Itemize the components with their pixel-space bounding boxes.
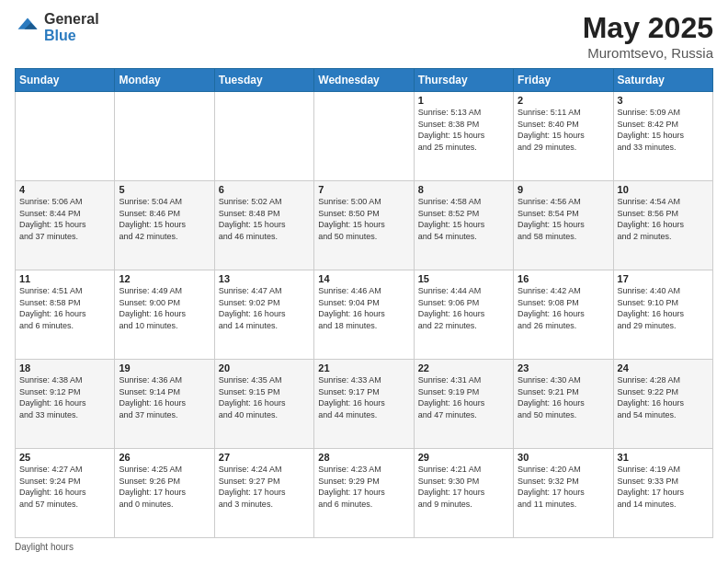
calendar-cell [214,92,313,181]
weekday-header-sunday: Sunday [16,69,115,92]
calendar-cell: 7Sunrise: 5:00 AM Sunset: 8:50 PM Daylig… [314,181,414,270]
day-info: Sunrise: 4:56 AM Sunset: 8:54 PM Dayligh… [518,196,609,242]
day-number: 15 [418,273,509,284]
day-number: 25 [19,452,110,463]
day-info: Sunrise: 4:30 AM Sunset: 9:21 PM Dayligh… [518,374,609,420]
calendar-cell: 16Sunrise: 4:42 AM Sunset: 9:08 PM Dayli… [514,270,613,360]
calendar-cell [314,92,414,181]
day-info: Sunrise: 4:36 AM Sunset: 9:14 PM Dayligh… [119,374,210,420]
weekday-header-friday: Friday [514,69,613,92]
calendar-cell: 20Sunrise: 4:35 AM Sunset: 9:15 PM Dayli… [214,360,313,449]
calendar-cell [16,92,115,181]
day-number: 7 [318,184,409,195]
calendar-cell: 10Sunrise: 4:54 AM Sunset: 8:56 PM Dayli… [613,181,712,270]
day-number: 1 [418,95,509,106]
week-row-3: 11Sunrise: 4:51 AM Sunset: 8:58 PM Dayli… [16,270,713,360]
day-info: Sunrise: 5:06 AM Sunset: 8:44 PM Dayligh… [19,196,110,242]
weekday-header-monday: Monday [115,69,214,92]
day-info: Sunrise: 5:04 AM Sunset: 8:46 PM Dayligh… [119,196,210,242]
calendar-cell: 2Sunrise: 5:11 AM Sunset: 8:40 PM Daylig… [514,92,613,181]
day-number: 30 [518,452,609,463]
day-info: Sunrise: 4:54 AM Sunset: 8:56 PM Dayligh… [618,196,709,242]
day-info: Sunrise: 5:11 AM Sunset: 8:40 PM Dayligh… [518,107,609,153]
day-info: Sunrise: 4:20 AM Sunset: 9:32 PM Dayligh… [518,464,609,510]
day-number: 27 [219,452,310,463]
weekday-header-tuesday: Tuesday [214,69,313,92]
day-info: Sunrise: 4:31 AM Sunset: 9:19 PM Dayligh… [418,374,509,420]
calendar-cell: 8Sunrise: 4:58 AM Sunset: 8:52 PM Daylig… [414,181,513,270]
day-number: 24 [618,362,709,373]
calendar-cell: 15Sunrise: 4:44 AM Sunset: 9:06 PM Dayli… [414,270,513,360]
week-row-4: 18Sunrise: 4:38 AM Sunset: 9:12 PM Dayli… [16,360,713,449]
day-number: 9 [518,184,609,195]
title-month: May 2025 [583,11,713,45]
logo-general: General [44,11,99,28]
day-number: 21 [318,362,409,373]
day-info: Sunrise: 4:27 AM Sunset: 9:24 PM Dayligh… [19,464,110,510]
weekday-header-thursday: Thursday [414,69,513,92]
calendar-cell [115,92,214,181]
day-info: Sunrise: 4:19 AM Sunset: 9:33 PM Dayligh… [618,464,709,510]
week-row-2: 4Sunrise: 5:06 AM Sunset: 8:44 PM Daylig… [16,181,713,270]
day-info: Sunrise: 5:02 AM Sunset: 8:48 PM Dayligh… [219,196,310,242]
calendar-cell: 23Sunrise: 4:30 AM Sunset: 9:21 PM Dayli… [514,360,613,449]
day-info: Sunrise: 4:47 AM Sunset: 9:02 PM Dayligh… [219,285,310,331]
calendar-cell: 22Sunrise: 4:31 AM Sunset: 9:19 PM Dayli… [414,360,513,449]
day-info: Sunrise: 4:42 AM Sunset: 9:08 PM Dayligh… [518,285,609,331]
calendar-cell: 21Sunrise: 4:33 AM Sunset: 9:17 PM Dayli… [314,360,414,449]
day-number: 19 [119,362,210,373]
day-number: 6 [219,184,310,195]
day-info: Sunrise: 4:25 AM Sunset: 9:26 PM Dayligh… [119,464,210,510]
calendar-cell: 18Sunrise: 4:38 AM Sunset: 9:12 PM Dayli… [16,360,115,449]
day-info: Sunrise: 4:58 AM Sunset: 8:52 PM Dayligh… [418,196,509,242]
calendar-cell: 9Sunrise: 4:56 AM Sunset: 8:54 PM Daylig… [514,181,613,270]
calendar-cell: 4Sunrise: 5:06 AM Sunset: 8:44 PM Daylig… [16,181,115,270]
calendar-cell: 3Sunrise: 5:09 AM Sunset: 8:42 PM Daylig… [613,92,712,181]
calendar-cell: 26Sunrise: 4:25 AM Sunset: 9:26 PM Dayli… [115,449,214,538]
day-number: 17 [618,273,709,284]
calendar-cell: 29Sunrise: 4:21 AM Sunset: 9:30 PM Dayli… [414,449,513,538]
week-row-5: 25Sunrise: 4:27 AM Sunset: 9:24 PM Dayli… [16,449,713,538]
calendar-cell: 27Sunrise: 4:24 AM Sunset: 9:27 PM Dayli… [214,449,313,538]
day-number: 4 [19,184,110,195]
calendar-cell: 14Sunrise: 4:46 AM Sunset: 9:04 PM Dayli… [314,270,414,360]
footer: Daylight hours [15,542,713,552]
day-info: Sunrise: 4:24 AM Sunset: 9:27 PM Dayligh… [219,464,310,510]
title-location: Muromtsevo, Russia [583,45,713,61]
day-number: 26 [119,452,210,463]
calendar-cell: 12Sunrise: 4:49 AM Sunset: 9:00 PM Dayli… [115,270,214,360]
daylight-label: Daylight hours [15,542,74,552]
day-number: 2 [518,95,609,106]
calendar-cell: 6Sunrise: 5:02 AM Sunset: 8:48 PM Daylig… [214,181,313,270]
calendar-cell: 28Sunrise: 4:23 AM Sunset: 9:29 PM Dayli… [314,449,414,538]
day-info: Sunrise: 4:33 AM Sunset: 9:17 PM Dayligh… [318,374,409,420]
day-info: Sunrise: 4:49 AM Sunset: 9:00 PM Dayligh… [119,285,210,331]
day-number: 11 [19,273,110,284]
day-info: Sunrise: 4:40 AM Sunset: 9:10 PM Dayligh… [618,285,709,331]
day-info: Sunrise: 4:44 AM Sunset: 9:06 PM Dayligh… [418,285,509,331]
logo-blue: Blue [44,28,99,44]
calendar-cell: 31Sunrise: 4:19 AM Sunset: 9:33 PM Dayli… [613,449,712,538]
day-number: 8 [418,184,509,195]
calendar-cell: 24Sunrise: 4:28 AM Sunset: 9:22 PM Dayli… [613,360,712,449]
week-row-1: 1Sunrise: 5:13 AM Sunset: 8:38 PM Daylig… [16,92,713,181]
calendar-cell: 19Sunrise: 4:36 AM Sunset: 9:14 PM Dayli… [115,360,214,449]
day-number: 13 [219,273,310,284]
day-number: 18 [19,362,110,373]
calendar-cell: 13Sunrise: 4:47 AM Sunset: 9:02 PM Dayli… [214,270,313,360]
day-info: Sunrise: 4:23 AM Sunset: 9:29 PM Dayligh… [318,464,409,510]
day-number: 10 [618,184,709,195]
day-number: 29 [418,452,509,463]
calendar-cell: 11Sunrise: 4:51 AM Sunset: 8:58 PM Dayli… [16,270,115,360]
weekday-header-row: SundayMondayTuesdayWednesdayThursdayFrid… [16,69,713,92]
day-number: 14 [318,273,409,284]
page: General Blue May 2025 Muromtsevo, Russia… [0,0,728,563]
logo-text: General Blue [44,11,99,43]
weekday-header-wednesday: Wednesday [314,69,414,92]
day-number: 3 [618,95,709,106]
weekday-header-saturday: Saturday [613,69,712,92]
day-info: Sunrise: 5:13 AM Sunset: 8:38 PM Dayligh… [418,107,509,153]
title-block: May 2025 Muromtsevo, Russia [583,11,713,61]
calendar-cell: 25Sunrise: 4:27 AM Sunset: 9:24 PM Dayli… [16,449,115,538]
day-number: 5 [119,184,210,195]
